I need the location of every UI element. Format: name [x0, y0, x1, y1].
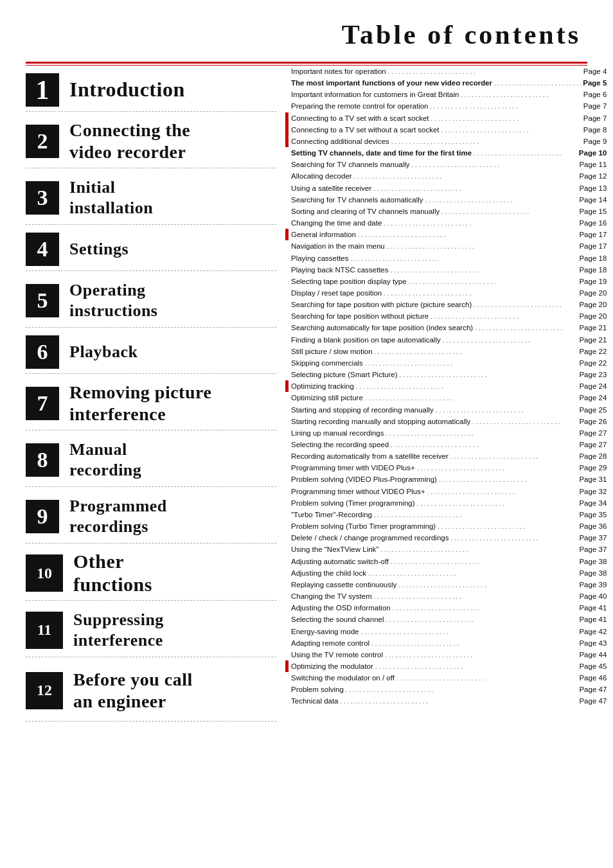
toc-entry-text: The most important functions of your new…	[291, 77, 492, 89]
toc-entry-dots: . . . . . . . . . . . . . . . . . . . . …	[386, 67, 583, 77]
toc-entry-page: Page 41	[579, 614, 607, 625]
toc-entry-text: Sorting and clearing of TV channels manu…	[291, 206, 440, 217]
toc-entry-17: Playing back NTSC cassettes . . . . . . …	[285, 264, 607, 276]
toc-entry-page: Page 43	[579, 637, 607, 649]
chapter-title-4: Settings	[69, 239, 129, 259]
chapter-title-9: Programmedrecordings	[69, 496, 167, 536]
toc-entry-dots: . . . . . . . . . . . . . . . . . . . . …	[344, 685, 580, 695]
chapter-num-9: 9	[26, 500, 59, 533]
toc-entry-12: Sorting and clearing of TV channels manu…	[285, 206, 607, 217]
chapter-item-9: 9Programmedrecordings	[26, 487, 276, 544]
toc-entry-page: Page 47	[579, 695, 607, 707]
toc-entry-page: Page 16	[579, 217, 607, 229]
toc-entry-page: Page 39	[579, 579, 607, 590]
toc-entry-text: Connecting to a TV set without a scart s…	[291, 124, 440, 136]
toc-entry-dots: . . . . . . . . . . . . . . . . . . . . …	[459, 90, 583, 100]
toc-entry-29: Starting and stopping of recording manua…	[285, 404, 607, 416]
chapter-num-12: 12	[26, 672, 63, 709]
toc-entry-page: Page 46	[579, 672, 607, 684]
toc-entry-14: General information . . . . . . . . . . …	[285, 229, 607, 240]
toc-entry-page: Page 20	[579, 299, 607, 310]
chapter-num-6: 6	[26, 335, 59, 369]
toc-entry-34: Programming timer with VIDEO Plus+ . . .…	[285, 462, 607, 474]
toc-entry-text: Connecting additional devices	[291, 136, 389, 147]
toc-entry-dots: . . . . . . . . . . . . . . . . . . . . …	[449, 533, 579, 544]
chapter-item-10: 10Otherfunctions	[26, 544, 276, 601]
toc-entry-dots: . . . . . . . . . . . . . . . . . . . . …	[366, 569, 579, 579]
toc-entry-page: Page 10	[579, 147, 607, 159]
toc-entry-dots: . . . . . . . . . . . . . . . . . . . . …	[359, 627, 579, 637]
toc-entry-dots: . . . . . . . . . . . . . . . . . . . . …	[371, 184, 579, 194]
toc-entry-dots: . . . . . . . . . . . . . . . . . . . . …	[396, 580, 579, 590]
toc-entry-text: Changing the TV system	[291, 590, 372, 602]
toc-entry-page: Page 35	[579, 509, 607, 520]
toc-entry-dots: . . . . . . . . . . . . . . . . . . . . …	[378, 545, 579, 555]
toc-entry-page: Page 37	[579, 544, 607, 555]
chapter-item-12: 12Before you callan engineer	[26, 657, 276, 722]
toc-entry-text: Allocating decoder	[291, 170, 352, 182]
chapter-num-4: 4	[26, 233, 59, 266]
toc-entry-text: Technical data	[291, 695, 339, 707]
toc-entry-page: Page 26	[579, 416, 607, 427]
red-bar-indicator	[285, 660, 289, 672]
toc-entry-19: Display / reset tape position . . . . . …	[285, 287, 607, 299]
toc-entry-page: Page 14	[579, 194, 607, 206]
toc-entry-text: Display / reset tape position	[291, 287, 382, 299]
toc-entry-page: Page 32	[579, 486, 607, 497]
toc-entry-page: Page 20	[579, 310, 607, 322]
toc-entry-dots: . . . . . . . . . . . . . . . . . . . . …	[373, 662, 580, 672]
toc-entry-text: Selecting picture (Smart Picture)	[291, 369, 398, 380]
toc-entry-dots: . . . . . . . . . . . . . . . . . . . . …	[389, 440, 579, 450]
toc-entry-dots: . . . . . . . . . . . . . . . . . . . . …	[472, 300, 579, 310]
chapter-num-10: 10	[26, 554, 63, 592]
chapter-item-4: 4Settings	[26, 225, 276, 271]
toc-entry-dots: . . . . . . . . . . . . . . . . . . . . …	[363, 359, 580, 369]
toc-entry-text: Adjusting automatic switch-off	[291, 556, 389, 567]
toc-entry-dots: . . . . . . . . . . . . . . . . . . . . …	[372, 510, 579, 520]
toc-entry-dots: . . . . . . . . . . . . . . . . . . . . …	[363, 393, 580, 403]
toc-entry-page: Page 23	[579, 369, 607, 380]
toc-entry-text: Lining up manual recordings	[291, 427, 384, 439]
toc-entry-text: Setting TV channels, date and time for t…	[291, 147, 472, 159]
toc-entry-2: Important information for customers in G…	[285, 89, 607, 100]
toc-entry-32: Selecting the recording speed . . . . . …	[285, 439, 607, 450]
toc-entry-1: The most important functions of your new…	[285, 77, 607, 89]
chapter-num-2: 2	[26, 125, 59, 158]
toc-entry-page: Page 22	[579, 346, 607, 357]
toc-entry-22: Searching automatically for tape positio…	[285, 322, 607, 333]
toc-entry-page: Page 29	[579, 462, 607, 474]
toc-entry-28: Optimizing still picture . . . . . . . .…	[285, 392, 607, 403]
toc-entry-dots: . . . . . . . . . . . . . . . . . . . . …	[384, 429, 579, 439]
toc-entry-page: Page 24	[579, 380, 607, 392]
chapter-title-6: Playback	[69, 342, 138, 362]
toc-entry-49: Adapting remote control . . . . . . . . …	[285, 637, 607, 649]
toc-entry-53: Problem solving . . . . . . . . . . . . …	[285, 684, 607, 695]
chapter-title-8: Manualrecording	[69, 439, 141, 479]
toc-entry-dots: . . . . . . . . . . . . . . . . . . . . …	[437, 475, 580, 485]
toc-entry-page: Page 31	[579, 474, 607, 485]
toc-entry-text: Important information for customers in G…	[291, 89, 459, 100]
toc-entry-text: Delete / check / change programmed recor…	[291, 532, 449, 544]
chapter-item-11: 11Suppressinginterference	[26, 601, 276, 657]
chapter-title-5: Operatinginstructions	[69, 280, 157, 320]
toc-entry-page: Page 44	[579, 649, 607, 660]
toc-entry-text: Finding a blank position on tape automat…	[291, 334, 441, 346]
red-bar-indicator	[285, 229, 289, 240]
toc-entry-page: Page 21	[579, 322, 607, 333]
toc-entry-text: "Turbo Timer"-Recording	[291, 509, 372, 520]
toc-entry-page: Page 38	[579, 567, 607, 579]
toc-entry-52: Switching the modulator on / off . . . .…	[285, 672, 607, 684]
toc-entry-page: Page 22	[579, 357, 607, 369]
toc-entry-text: Using the "NexTView Link"	[291, 544, 378, 555]
toc-entry-page: Page 40	[579, 590, 607, 602]
toc-entry-36: Programming timer without VIDEO Plus+ . …	[285, 486, 607, 497]
chapter-item-5: 5Operatinginstructions	[26, 271, 276, 328]
toc-entry-page: Page 25	[579, 404, 607, 416]
toc-entry-dots: . . . . . . . . . . . . . . . . . . . . …	[349, 254, 580, 264]
toc-entry-page: Page 21	[579, 334, 607, 346]
toc-entry-26: Selecting picture (Smart Picture) . . . …	[285, 369, 607, 380]
toc-entry-page: Page 19	[579, 276, 607, 287]
toc-entry-23: Finding a blank position on tape automat…	[285, 334, 607, 346]
toc-entry-dots: . . . . . . . . . . . . . . . . . . . . …	[473, 323, 579, 333]
toc-entry-page: Page 13	[579, 182, 607, 194]
